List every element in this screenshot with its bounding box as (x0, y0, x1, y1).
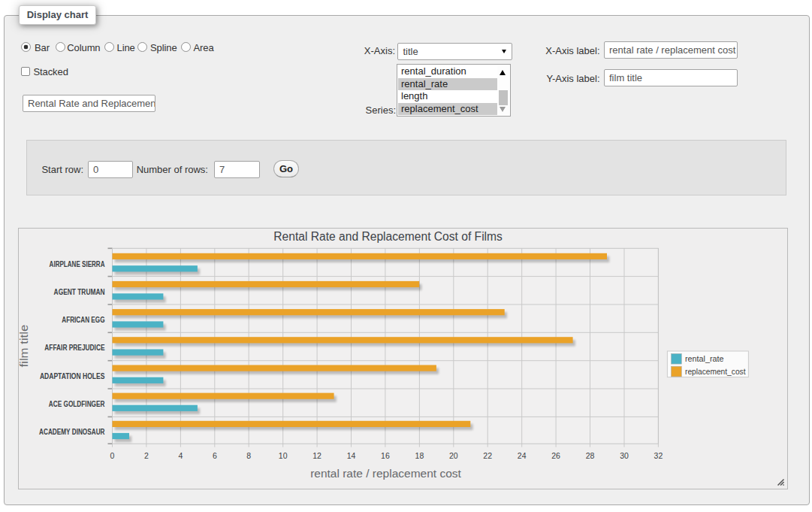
svg-text:10: 10 (279, 451, 288, 460)
svg-text:16: 16 (381, 451, 390, 460)
svg-text:20: 20 (449, 451, 458, 460)
svg-text:26: 26 (551, 451, 560, 460)
svg-text:14: 14 (347, 451, 356, 460)
svg-text:film title: film title (18, 325, 30, 368)
svg-text:18: 18 (415, 451, 424, 460)
svg-text:22: 22 (483, 451, 492, 460)
svg-text:rental rate / replacement cost: rental rate / replacement cost (310, 467, 461, 480)
svg-text:Rental Rate and Replacement Co: Rental Rate and Replacement Cost of Film… (273, 230, 503, 243)
svg-text:30: 30 (620, 451, 629, 460)
svg-text:4: 4 (178, 451, 183, 460)
svg-text:rental_rate: rental_rate (685, 354, 724, 363)
svg-text:2: 2 (144, 451, 149, 460)
svg-text:AIRPLANE SIERRA: AIRPLANE SIERRA (50, 260, 105, 268)
svg-text:12: 12 (312, 451, 321, 460)
svg-text:ACE GOLDFINGER: ACE GOLDFINGER (49, 400, 105, 408)
svg-text:0: 0 (110, 451, 115, 460)
svg-text:AGENT TRUMAN: AGENT TRUMAN (54, 288, 105, 296)
svg-text:8: 8 (246, 451, 251, 460)
svg-text:ADAPTATION HOLES: ADAPTATION HOLES (40, 372, 105, 380)
svg-text:32: 32 (654, 451, 663, 460)
svg-text:replacement_cost: replacement_cost (685, 367, 746, 376)
svg-text:24: 24 (518, 451, 527, 460)
svg-text:6: 6 (213, 451, 217, 460)
svg-text:AFFAIR PREJUDICE: AFFAIR PREJUDICE (44, 344, 104, 352)
svg-text:28: 28 (586, 451, 595, 460)
svg-text:AFRICAN EGG: AFRICAN EGG (62, 316, 104, 324)
svg-text:ACADEMY DINOSAUR: ACADEMY DINOSAUR (39, 428, 105, 436)
